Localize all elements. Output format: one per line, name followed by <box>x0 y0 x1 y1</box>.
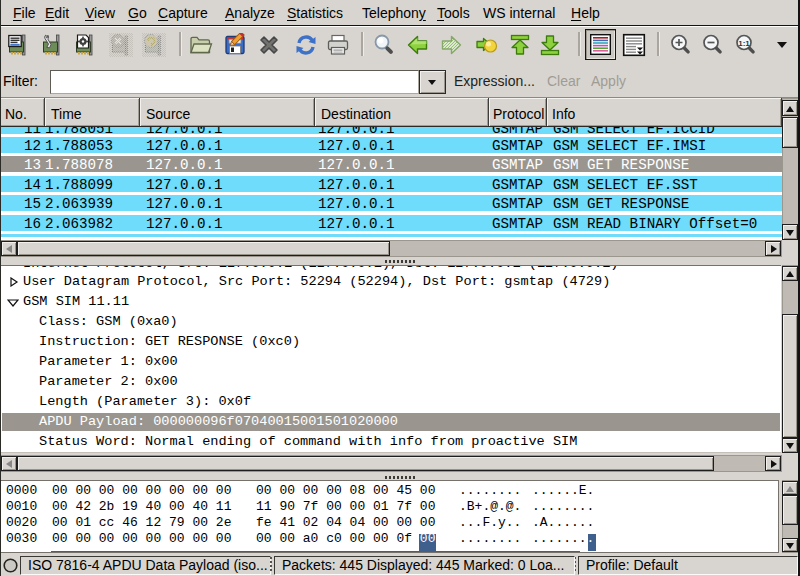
svg-text:1:1: 1:1 <box>738 39 750 48</box>
